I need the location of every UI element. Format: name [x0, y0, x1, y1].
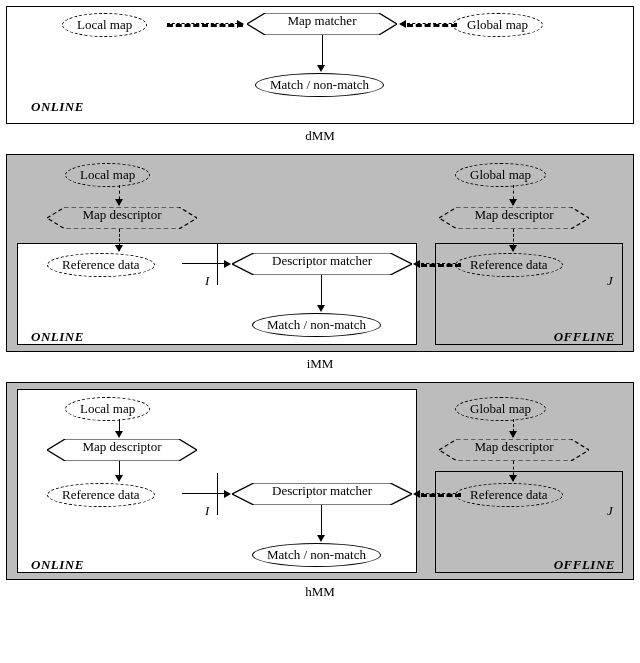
index-J: J: [607, 273, 613, 289]
local-map-label: Local map: [77, 17, 132, 32]
local-map-node: Local map: [65, 163, 150, 187]
reference-data-right-label: Reference data: [470, 487, 548, 502]
descriptor-matcher-node: Descriptor matcher: [232, 253, 412, 275]
global-map-node: Global map: [455, 397, 546, 421]
online-tag: ONLINE: [31, 99, 84, 115]
panel-dmm: Local map Global map Map matcher Match /…: [6, 6, 634, 124]
caption-imm: iMM: [6, 356, 634, 372]
match-node: Match / non-match: [252, 313, 381, 337]
map-descriptor-right-label: Map descriptor: [466, 439, 561, 454]
match-node: Match / non-match: [255, 73, 384, 97]
global-map-node: Global map: [455, 163, 546, 187]
offline-tag: OFFLINE: [554, 557, 615, 573]
map-descriptor-left: Map descriptor: [47, 207, 197, 229]
global-map-node: Global map: [452, 13, 543, 37]
arrow-matcher-to-match: [321, 35, 322, 73]
reference-data-left-label: Reference data: [62, 487, 140, 502]
descriptor-matcher-label: Descriptor matcher: [264, 253, 380, 268]
map-descriptor-right: Map descriptor: [439, 439, 589, 461]
offline-tag: OFFLINE: [554, 329, 615, 345]
map-descriptor-left: Map descriptor: [47, 439, 197, 461]
map-descriptor-left-label: Map descriptor: [74, 439, 169, 454]
arrow-local-to-matcher: [167, 23, 245, 24]
reference-data-right: Reference data: [455, 483, 563, 507]
divider-left: [217, 243, 218, 285]
local-map-node: Local map: [62, 13, 147, 37]
caption-hmm: hMM: [6, 584, 634, 600]
reference-data-left-label: Reference data: [62, 257, 140, 272]
map-matcher-node: Map matcher: [247, 13, 397, 35]
map-descriptor-right-label: Map descriptor: [466, 207, 561, 222]
online-tag: ONLINE: [31, 329, 84, 345]
index-I: I: [205, 273, 209, 289]
reference-data-right-label: Reference data: [470, 257, 548, 272]
divider-right: [622, 243, 623, 285]
match-node: Match / non-match: [252, 543, 381, 567]
global-map-label: Global map: [470, 401, 531, 416]
match-label: Match / non-match: [267, 317, 366, 332]
map-descriptor-left-label: Map descriptor: [74, 207, 169, 222]
local-map-label: Local map: [80, 167, 135, 182]
global-map-label: Global map: [470, 167, 531, 182]
match-label: Match / non-match: [267, 547, 366, 562]
local-map-label: Local map: [80, 401, 135, 416]
reference-data-right: Reference data: [455, 253, 563, 277]
map-matcher-label: Map matcher: [280, 13, 365, 28]
panel-hmm: Local map Global map Map descriptor Map …: [6, 382, 634, 580]
panel-imm: Local map Global map Map descriptor Map …: [6, 154, 634, 352]
local-map-node: Local map: [65, 397, 150, 421]
descriptor-matcher-label: Descriptor matcher: [264, 483, 380, 498]
index-J: J: [607, 503, 613, 519]
caption-dmm: dMM: [6, 128, 634, 144]
divider-left: [217, 473, 218, 515]
divider-right: [622, 473, 623, 515]
arrow-global-to-matcher: [399, 23, 451, 24]
reference-data-left: Reference data: [47, 483, 155, 507]
descriptor-matcher-node: Descriptor matcher: [232, 483, 412, 505]
global-map-label: Global map: [467, 17, 528, 32]
match-label: Match / non-match: [270, 77, 369, 92]
map-descriptor-right: Map descriptor: [439, 207, 589, 229]
reference-data-left: Reference data: [47, 253, 155, 277]
index-I: I: [205, 503, 209, 519]
online-tag: ONLINE: [31, 557, 84, 573]
